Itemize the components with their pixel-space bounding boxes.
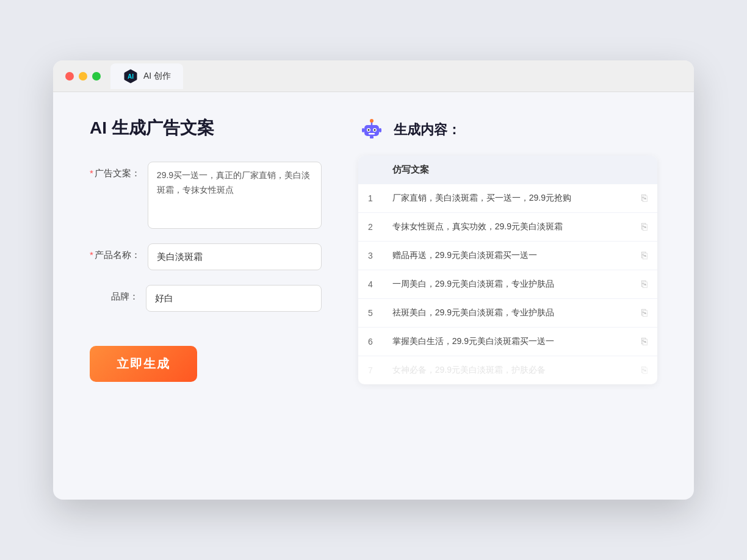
table-row: 赠品再送，29.9元美白淡斑霜买一送一 [383, 242, 632, 270]
result-header: 生成内容： [358, 117, 657, 143]
product-name-label: *产品名称： [90, 243, 140, 261]
table-row: 祛斑美白，29.9元美白淡斑霜，专业护肤品 [383, 299, 632, 328]
page-title: AI 生成广告文案 [90, 117, 322, 140]
result-title: 生成内容： [394, 121, 461, 139]
col-header-num [358, 156, 383, 184]
table-row-num: 6 [358, 328, 383, 356]
brand-input[interactable] [146, 285, 322, 312]
left-panel: AI 生成广告文案 *广告文案： 29.9买一送一，真正的厂家直销，美白淡斑霜，… [90, 117, 322, 470]
browser-window: AI AI 创作 AI 生成广告文案 *广告文案： 29.9买一送一，真正的厂家… [53, 60, 694, 500]
copy-icon[interactable]: ⎘ [632, 328, 657, 356]
table-row: 专抹女性斑点，真实功效，29.9元美白淡斑霜 [383, 213, 632, 242]
product-name-group: *产品名称： [90, 243, 322, 270]
table-row: 掌握美白生活，29.9元美白淡斑霜买一送一 [383, 328, 632, 356]
ai-tab-label: AI 创作 [143, 71, 171, 82]
product-name-input[interactable] [148, 243, 322, 270]
table-row-num: 1 [358, 184, 383, 213]
svg-rect-10 [362, 128, 364, 132]
generate-button[interactable]: 立即生成 [90, 346, 197, 382]
svg-rect-11 [379, 128, 381, 132]
brand-group: 品牌： [90, 285, 322, 312]
ad-copy-textarea[interactable]: 29.9买一送一，真正的厂家直销，美白淡斑霜，专抹女性斑点 [148, 162, 322, 229]
right-panel: 生成内容： 仿写文案 1厂家直销，美白淡斑霜，买一送一，29.9元抢购⎘2专抹女… [358, 117, 657, 470]
copy-icon[interactable]: ⎘ [632, 242, 657, 270]
table-row-num: 7 [358, 356, 383, 385]
brand-label: 品牌： [90, 285, 139, 303]
maximize-button[interactable] [92, 72, 101, 81]
traffic-lights [65, 72, 101, 81]
copy-icon[interactable]: ⎘ [632, 299, 657, 328]
copy-icon[interactable]: ⎘ [632, 356, 657, 385]
ai-tab-icon: AI [123, 68, 139, 84]
minimize-button[interactable] [79, 72, 87, 81]
table-row-num: 5 [358, 299, 383, 328]
table-row: 一周美白，29.9元美白淡斑霜，专业护肤品 [383, 270, 632, 299]
col-header-copy: 仿写文案 [383, 156, 632, 184]
copy-icon[interactable]: ⎘ [632, 270, 657, 299]
svg-point-8 [374, 129, 376, 131]
copy-icon[interactable]: ⎘ [632, 213, 657, 242]
product-name-required: * [90, 249, 93, 260]
ad-copy-group: *广告文案： 29.9买一送一，真正的厂家直销，美白淡斑霜，专抹女性斑点 [90, 162, 322, 229]
result-table: 仿写文案 1厂家直销，美白淡斑霜，买一送一，29.9元抢购⎘2专抹女性斑点，真实… [358, 156, 657, 384]
robot-icon [358, 117, 385, 143]
main-content: AI 生成广告文案 *广告文案： 29.9买一送一，真正的厂家直销，美白淡斑霜，… [53, 92, 694, 495]
col-header-action [632, 156, 657, 184]
table-row: 女神必备，29.9元美白淡斑霜，护肤必备 [383, 356, 632, 385]
close-button[interactable] [65, 72, 74, 81]
svg-text:AI: AI [128, 73, 134, 80]
svg-point-7 [368, 129, 370, 131]
table-row-num: 2 [358, 213, 383, 242]
ad-copy-required: * [90, 168, 93, 178]
ad-copy-label: *广告文案： [90, 162, 140, 179]
ai-tab[interactable]: AI AI 创作 [110, 63, 183, 89]
svg-rect-12 [370, 136, 374, 138]
svg-point-4 [370, 119, 374, 123]
title-bar: AI AI 创作 [53, 60, 694, 92]
table-row-num: 3 [358, 242, 383, 270]
table-row-num: 4 [358, 270, 383, 299]
svg-rect-9 [369, 133, 375, 135]
copy-icon[interactable]: ⎘ [632, 184, 657, 213]
table-row: 厂家直销，美白淡斑霜，买一送一，29.9元抢购 [383, 184, 632, 213]
